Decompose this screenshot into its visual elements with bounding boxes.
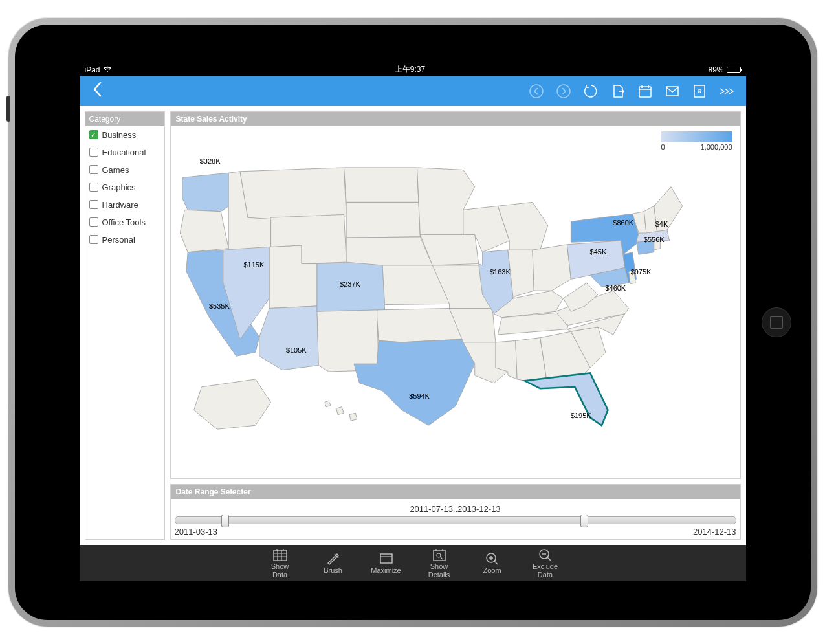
zoom-out-icon — [538, 547, 553, 562]
state-south-dakota[interactable] — [346, 202, 420, 238]
sidebar-item-label: Games — [102, 165, 129, 175]
battery-pct: 89% — [708, 65, 723, 74]
bottom-toolbar: ShowDataBrushMaximizeShowDetailsZoomExcl… — [80, 545, 746, 581]
checkbox-icon[interactable] — [89, 148, 98, 157]
map-panel: State Sales Activity 0 1,000,000 $328K$1… — [170, 111, 741, 479]
history-back-icon[interactable] — [525, 80, 548, 103]
side-switch — [6, 96, 10, 122]
svg-rect-5 — [274, 550, 287, 561]
top-toolbar — [80, 76, 746, 106]
map-panel-title: State Sales Activity — [171, 112, 740, 126]
state-florida[interactable] — [525, 373, 608, 425]
state-michigan[interactable] — [498, 202, 547, 254]
tool-label: Zoom — [483, 566, 501, 574]
show-data-button[interactable]: ShowData — [261, 547, 300, 578]
state-ohio[interactable] — [532, 244, 570, 290]
details-icon — [432, 547, 447, 562]
state-connecticut[interactable] — [636, 240, 654, 254]
table-icon — [272, 547, 288, 562]
legend-gradient — [661, 131, 732, 142]
date-panel-title: Date Range Selecter — [171, 485, 740, 499]
us-map[interactable]: 0 1,000,000 $328K$115K$535K$105K$237K$59… — [171, 126, 740, 478]
state-montana[interactable] — [240, 167, 346, 219]
date-max: 2014-12-13 — [693, 527, 736, 537]
state-hawaii[interactable] — [324, 401, 357, 421]
svg-point-1 — [557, 85, 570, 98]
date-min: 2011-03-13 — [175, 527, 218, 537]
tool-label: Maximize — [371, 566, 401, 574]
sidebar-item-personal[interactable]: Personal — [85, 231, 164, 249]
sidebar-item-office-tools[interactable]: Office Tools — [85, 214, 164, 231]
main-panels: State Sales Activity 0 1,000,000 $328K$1… — [170, 111, 741, 540]
sidebar-item-label: Educational — [102, 148, 146, 157]
export-icon[interactable] — [606, 80, 630, 103]
content-area: Category ✓BusinessEducationalGamesGraphi… — [80, 106, 746, 545]
state-oregon[interactable] — [180, 210, 228, 252]
state-rhode-island[interactable] — [654, 239, 660, 249]
ipad-device-frame: iPad 上午9:37 89% — [8, 18, 817, 627]
brush-button[interactable]: Brush — [314, 551, 353, 574]
clock: 上午9:37 — [112, 64, 709, 75]
checkbox-icon[interactable]: ✓ — [89, 130, 98, 139]
date-handle-end[interactable] — [580, 515, 588, 527]
sidebar-item-hardware[interactable]: Hardware — [85, 196, 164, 214]
legend-min: 0 — [661, 143, 665, 151]
more-icon[interactable] — [715, 80, 738, 103]
date-handle-start[interactable] — [221, 515, 229, 527]
state-colorado[interactable] — [316, 261, 384, 311]
state-arizona[interactable] — [259, 305, 318, 370]
state-delaware[interactable] — [628, 270, 635, 283]
zoom-in-icon — [485, 551, 500, 566]
state-alaska[interactable] — [193, 379, 270, 428]
state-oklahoma[interactable] — [377, 308, 463, 342]
sidebar-item-label: Hardware — [102, 200, 138, 210]
maximize-button[interactable]: Maximize — [367, 551, 406, 574]
refresh-icon[interactable] — [579, 80, 602, 103]
checkbox-icon[interactable] — [89, 165, 98, 174]
sidebar-header: Category — [85, 112, 164, 126]
zoom-button[interactable]: Zoom — [473, 551, 512, 574]
date-range-panel: Date Range Selecter 2011-07-13..2013-12-… — [170, 484, 741, 540]
history-forward-icon[interactable] — [552, 80, 575, 103]
sidebar-item-label: Graphics — [102, 183, 136, 192]
state-washington[interactable] — [182, 173, 232, 211]
sidebar-item-label: Personal — [102, 235, 135, 245]
date-range-label: 2011-07-13..2013-12-13 — [175, 504, 736, 514]
sidebar-item-label: Office Tools — [102, 217, 146, 227]
mail-icon[interactable] — [661, 80, 684, 103]
state-north-dakota[interactable] — [344, 167, 418, 202]
checkbox-icon[interactable] — [89, 235, 98, 244]
svg-point-0 — [530, 85, 543, 98]
sidebar-item-graphics[interactable]: Graphics — [85, 179, 164, 196]
calendar-icon[interactable] — [633, 80, 657, 103]
state-nebraska[interactable] — [346, 236, 432, 265]
exclude-data-button[interactable]: ExcludeData — [526, 547, 565, 578]
bookmark-icon[interactable] — [688, 80, 711, 103]
status-bar: iPad 上午9:37 89% — [80, 63, 746, 76]
screen: iPad 上午9:37 89% — [80, 63, 746, 581]
tool-label: ExcludeData — [533, 562, 558, 578]
sidebar-item-games[interactable]: Games — [85, 161, 164, 179]
svg-point-8 — [437, 553, 441, 557]
state-maine[interactable] — [654, 186, 682, 231]
checkbox-icon[interactable] — [89, 217, 98, 227]
sidebar-item-business[interactable]: ✓Business — [85, 126, 164, 144]
brush-icon — [325, 551, 341, 566]
maximize-icon — [379, 551, 394, 566]
checkbox-icon[interactable] — [89, 200, 98, 209]
back-button[interactable] — [87, 81, 108, 102]
sidebar-item-label: Business — [102, 130, 137, 140]
svg-rect-7 — [434, 550, 445, 561]
state-new-mexico[interactable] — [316, 309, 378, 371]
home-button[interactable] — [762, 307, 791, 337]
svg-rect-3 — [666, 87, 678, 96]
tool-label: ShowData — [271, 562, 289, 578]
map-legend: 0 1,000,000 — [661, 131, 732, 151]
legend-max: 1,000,000 — [701, 143, 732, 151]
checkbox-icon[interactable] — [89, 183, 98, 192]
category-sidebar: Category ✓BusinessEducationalGamesGraphi… — [85, 111, 165, 540]
show-details-button[interactable]: ShowDetails — [420, 547, 459, 578]
date-slider[interactable] — [175, 516, 736, 524]
svg-rect-6 — [380, 554, 392, 563]
sidebar-item-educational[interactable]: Educational — [85, 144, 164, 161]
